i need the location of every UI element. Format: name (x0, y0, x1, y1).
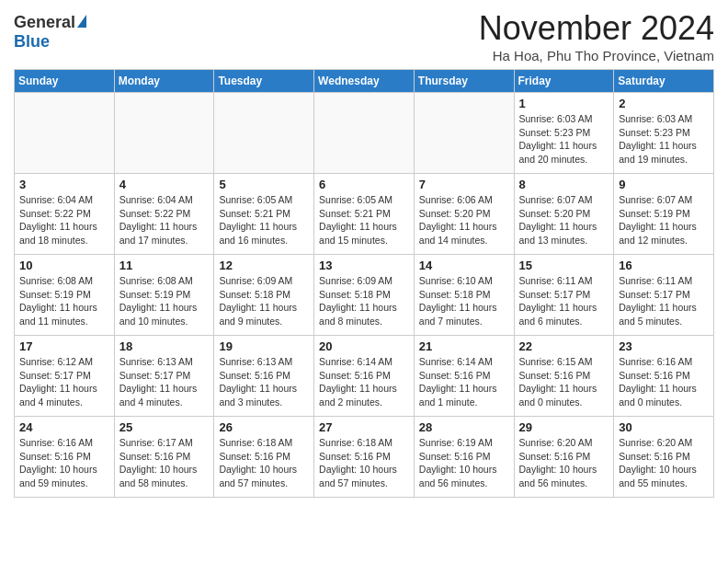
day-info: Sunrise: 6:09 AMSunset: 5:18 PMDaylight:… (219, 274, 309, 328)
calendar-table: SundayMondayTuesdayWednesdayThursdayFrid… (14, 69, 714, 498)
day-info: Sunrise: 6:18 AMSunset: 5:16 PMDaylight:… (319, 436, 409, 490)
day-number: 27 (319, 420, 409, 434)
calendar-cell: 18Sunrise: 6:13 AMSunset: 5:17 PMDayligh… (114, 336, 214, 417)
day-number: 5 (219, 178, 309, 191)
calendar-cell: 15Sunrise: 6:11 AMSunset: 5:17 PMDayligh… (514, 255, 614, 336)
calendar-cell: 7Sunrise: 6:06 AMSunset: 5:20 PMDaylight… (414, 174, 514, 255)
day-number: 1 (519, 97, 609, 110)
day-number: 16 (619, 259, 709, 272)
day-info: Sunrise: 6:07 AMSunset: 5:20 PMDaylight:… (519, 193, 609, 247)
calendar-cell: 5Sunrise: 6:05 AMSunset: 5:21 PMDaylight… (214, 174, 314, 255)
calendar-cell: 25Sunrise: 6:17 AMSunset: 5:16 PMDayligh… (114, 417, 214, 498)
day-info: Sunrise: 6:04 AMSunset: 5:22 PMDaylight:… (119, 193, 210, 247)
week-row-3: 10Sunrise: 6:08 AMSunset: 5:19 PMDayligh… (15, 255, 714, 336)
calendar-cell: 2Sunrise: 6:03 AMSunset: 5:23 PMDaylight… (614, 93, 714, 174)
calendar-cell: 24Sunrise: 6:16 AMSunset: 5:16 PMDayligh… (15, 417, 115, 498)
calendar-cell: 29Sunrise: 6:20 AMSunset: 5:16 PMDayligh… (514, 417, 614, 498)
day-info: Sunrise: 6:16 AMSunset: 5:16 PMDaylight:… (619, 355, 709, 409)
day-number: 7 (419, 178, 509, 191)
day-info: Sunrise: 6:09 AMSunset: 5:18 PMDaylight:… (319, 274, 409, 328)
day-header-monday: Monday (114, 70, 214, 93)
calendar-cell: 14Sunrise: 6:10 AMSunset: 5:18 PMDayligh… (414, 255, 514, 336)
day-info: Sunrise: 6:15 AMSunset: 5:16 PMDaylight:… (519, 355, 609, 409)
day-number: 18 (119, 339, 210, 353)
calendar-cell: 8Sunrise: 6:07 AMSunset: 5:20 PMDaylight… (514, 174, 614, 255)
day-number: 13 (319, 259, 409, 272)
calendar-cell: 10Sunrise: 6:08 AMSunset: 5:19 PMDayligh… (15, 255, 115, 336)
day-info: Sunrise: 6:03 AMSunset: 5:23 PMDaylight:… (619, 112, 709, 167)
logo-triangle-icon (77, 15, 86, 28)
day-info: Sunrise: 6:07 AMSunset: 5:19 PMDaylight:… (619, 193, 709, 247)
calendar-cell: 11Sunrise: 6:08 AMSunset: 5:19 PMDayligh… (114, 255, 214, 336)
day-info: Sunrise: 6:11 AMSunset: 5:17 PMDaylight:… (619, 274, 709, 328)
calendar-cell: 28Sunrise: 6:19 AMSunset: 5:16 PMDayligh… (414, 417, 514, 498)
day-info: Sunrise: 6:18 AMSunset: 5:16 PMDaylight:… (219, 436, 309, 490)
calendar-cell: 3Sunrise: 6:04 AMSunset: 5:22 PMDaylight… (15, 174, 115, 255)
day-number: 14 (419, 259, 509, 272)
week-row-1: 1Sunrise: 6:03 AMSunset: 5:23 PMDaylight… (15, 93, 714, 174)
day-number: 20 (319, 339, 409, 353)
day-number: 22 (519, 339, 609, 353)
day-number: 26 (219, 420, 309, 434)
day-number: 9 (619, 178, 709, 191)
calendar-cell: 13Sunrise: 6:09 AMSunset: 5:18 PMDayligh… (314, 255, 415, 336)
calendar-cell (314, 93, 415, 174)
day-info: Sunrise: 6:13 AMSunset: 5:17 PMDaylight:… (119, 355, 210, 409)
day-info: Sunrise: 6:08 AMSunset: 5:19 PMDaylight:… (19, 274, 109, 328)
calendar-cell: 22Sunrise: 6:15 AMSunset: 5:16 PMDayligh… (514, 336, 614, 417)
logo-blue-text: Blue (14, 32, 50, 52)
day-number: 19 (219, 339, 309, 353)
day-info: Sunrise: 6:20 AMSunset: 5:16 PMDaylight:… (619, 436, 709, 490)
day-info: Sunrise: 6:12 AMSunset: 5:17 PMDaylight:… (19, 355, 109, 409)
day-info: Sunrise: 6:05 AMSunset: 5:21 PMDaylight:… (219, 193, 309, 247)
day-info: Sunrise: 6:06 AMSunset: 5:20 PMDaylight:… (419, 193, 509, 247)
calendar-body: 1Sunrise: 6:03 AMSunset: 5:23 PMDaylight… (15, 93, 714, 498)
day-number: 24 (19, 420, 109, 434)
day-info: Sunrise: 6:08 AMSunset: 5:19 PMDaylight:… (119, 274, 210, 328)
day-number: 17 (19, 339, 109, 353)
day-number: 21 (419, 339, 509, 353)
calendar-cell (214, 93, 314, 174)
calendar-cell: 12Sunrise: 6:09 AMSunset: 5:18 PMDayligh… (214, 255, 314, 336)
calendar-cell: 20Sunrise: 6:14 AMSunset: 5:16 PMDayligh… (314, 336, 415, 417)
calendar-cell: 23Sunrise: 6:16 AMSunset: 5:16 PMDayligh… (614, 336, 714, 417)
day-header-sunday: Sunday (15, 70, 115, 93)
day-info: Sunrise: 6:03 AMSunset: 5:23 PMDaylight:… (519, 112, 609, 167)
day-info: Sunrise: 6:20 AMSunset: 5:16 PMDaylight:… (519, 436, 609, 490)
day-number: 25 (119, 420, 210, 434)
day-number: 4 (119, 178, 210, 191)
day-info: Sunrise: 6:13 AMSunset: 5:16 PMDaylight:… (219, 355, 309, 409)
day-number: 30 (619, 420, 709, 434)
day-number: 23 (619, 339, 709, 353)
day-number: 29 (519, 420, 609, 434)
calendar-cell: 26Sunrise: 6:18 AMSunset: 5:16 PMDayligh… (214, 417, 314, 498)
day-number: 6 (319, 178, 409, 191)
day-header-tuesday: Tuesday (214, 70, 314, 93)
day-number: 15 (519, 259, 609, 272)
month-title: November 2024 (479, 9, 714, 48)
calendar-cell: 6Sunrise: 6:05 AMSunset: 5:21 PMDaylight… (314, 174, 415, 255)
calendar-cell (15, 93, 115, 174)
day-number: 28 (419, 420, 509, 434)
location-subtitle: Ha Hoa, Phu Tho Province, Vietnam (479, 48, 714, 63)
day-header-wednesday: Wednesday (314, 70, 415, 93)
day-info: Sunrise: 6:16 AMSunset: 5:16 PMDaylight:… (19, 436, 109, 490)
week-row-4: 17Sunrise: 6:12 AMSunset: 5:17 PMDayligh… (15, 336, 714, 417)
day-number: 8 (519, 178, 609, 191)
day-info: Sunrise: 6:17 AMSunset: 5:16 PMDaylight:… (119, 436, 210, 490)
day-number: 12 (219, 259, 309, 272)
page-header: General Blue November 2024 Ha Hoa, Phu T… (14, 9, 714, 63)
calendar-cell: 30Sunrise: 6:20 AMSunset: 5:16 PMDayligh… (614, 417, 714, 498)
calendar-cell: 1Sunrise: 6:03 AMSunset: 5:23 PMDaylight… (514, 93, 614, 174)
week-row-5: 24Sunrise: 6:16 AMSunset: 5:16 PMDayligh… (15, 417, 714, 498)
day-number: 2 (619, 97, 709, 110)
day-info: Sunrise: 6:11 AMSunset: 5:17 PMDaylight:… (519, 274, 609, 328)
calendar-cell: 4Sunrise: 6:04 AMSunset: 5:22 PMDaylight… (114, 174, 214, 255)
title-area: November 2024 Ha Hoa, Phu Tho Province, … (479, 9, 714, 63)
calendar-cell: 19Sunrise: 6:13 AMSunset: 5:16 PMDayligh… (214, 336, 314, 417)
calendar-cell (114, 93, 214, 174)
day-header-saturday: Saturday (614, 70, 714, 93)
day-header-thursday: Thursday (414, 70, 514, 93)
day-info: Sunrise: 6:14 AMSunset: 5:16 PMDaylight:… (419, 355, 509, 409)
calendar-cell: 27Sunrise: 6:18 AMSunset: 5:16 PMDayligh… (314, 417, 415, 498)
